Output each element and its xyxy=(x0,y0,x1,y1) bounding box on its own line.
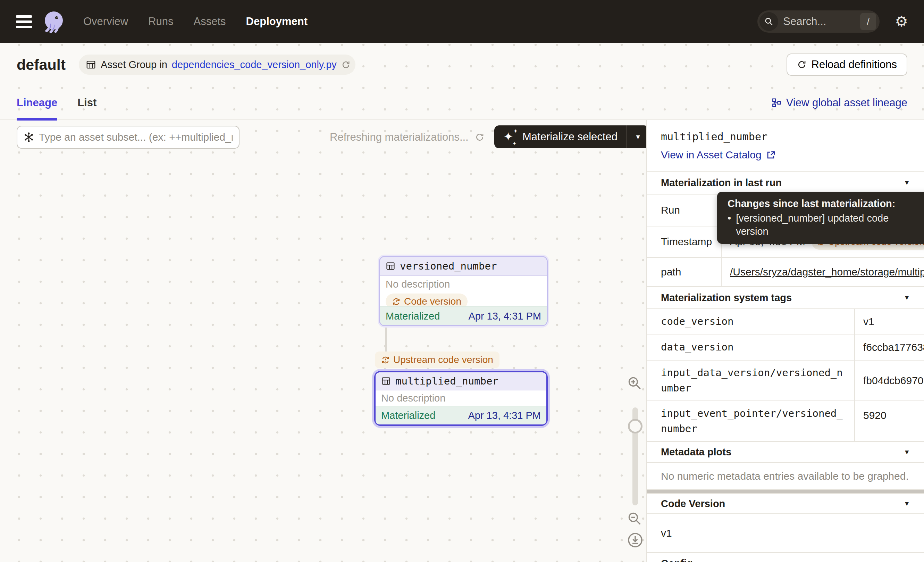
nav-item-deployment[interactable]: Deployment xyxy=(246,15,308,28)
section-config[interactable]: Config xyxy=(647,553,924,562)
changes-tooltip: Changes since last materialization: • [v… xyxy=(717,192,924,244)
main-area: default Asset Group in dependencies_code… xyxy=(0,43,924,562)
section-heading: Materialization system tags xyxy=(661,292,792,304)
search-icon xyxy=(759,12,778,31)
upstream-code-version-label: Upstream code version xyxy=(393,354,493,365)
dagster-logo[interactable] xyxy=(42,10,65,33)
tooltip-item-text: [versioned_number] updated code version xyxy=(736,212,922,238)
hamburger-menu-icon[interactable] xyxy=(16,15,32,28)
code-version-icon xyxy=(381,356,390,364)
asset-node-footer: Materialized Apr 13, 4:31 PM xyxy=(376,406,546,424)
external-link-icon xyxy=(766,150,776,160)
nav-item-overview[interactable]: Overview xyxy=(83,15,128,28)
tab-lineage[interactable]: Lineage xyxy=(16,86,57,120)
horizontal-scrollbar[interactable] xyxy=(647,490,924,493)
view-global-asset-lineage-link[interactable]: View global asset lineage xyxy=(771,96,908,109)
tag-value: fb04dcb6970 xyxy=(855,361,924,400)
asset-subset-input[interactable] xyxy=(39,131,232,143)
tag-value: 5920 xyxy=(855,401,924,441)
zoom-in-icon[interactable] xyxy=(627,376,642,391)
asset-name: versioned_number xyxy=(400,260,497,272)
asset-group-pill: Asset Group in dependencies_code_version… xyxy=(79,54,356,75)
tag-key: input_event_pointer/versioned_number xyxy=(647,401,855,441)
nav-item-runs[interactable]: Runs xyxy=(148,15,173,28)
section-heading: Materialization in last run xyxy=(661,177,782,189)
asset-node-header: multiplied_number xyxy=(376,372,546,391)
zoom-slider-handle[interactable] xyxy=(628,419,642,433)
table-icon xyxy=(86,59,96,70)
view-in-asset-catalog-label: View in Asset Catalog xyxy=(661,149,762,161)
row-label: path xyxy=(647,258,722,286)
row-input-data-version: input_data_version/versioned_number fb04… xyxy=(647,361,924,401)
section-heading: Code Version xyxy=(661,498,725,509)
row-label: Timestamp xyxy=(647,227,722,257)
lineage-graph-icon xyxy=(771,98,782,108)
refresh-icon[interactable] xyxy=(475,132,484,142)
page-header: default Asset Group in dependencies_code… xyxy=(0,43,924,86)
reload-definitions-button[interactable]: Reload definitions xyxy=(786,54,908,76)
refreshing-label: Refreshing materializations... xyxy=(330,131,469,143)
tabs-row: Lineage List View global asset lineage xyxy=(0,86,924,120)
nav-menu: Overview Runs Assets Deployment xyxy=(83,15,308,28)
view-in-asset-catalog-link[interactable]: View in Asset Catalog xyxy=(661,149,910,161)
asset-node-header: versioned_number xyxy=(380,257,547,276)
tag-value: f6ccba177638 xyxy=(855,335,924,360)
row-code-version: code_version v1 xyxy=(647,309,924,335)
row-path: path /Users/sryza/dagster_home/storage/m… xyxy=(647,258,924,287)
materialize-selected-label: Materialize selected xyxy=(522,131,618,143)
chevron-down-icon[interactable]: ▼ xyxy=(903,500,910,508)
path-link[interactable]: /Users/sryza/dagster_home/storage/multip xyxy=(730,266,924,278)
reload-icon xyxy=(797,60,807,69)
panel-asset-name: multiplied_number xyxy=(661,131,910,143)
row-data-version: data_version f6ccba177638 xyxy=(647,335,924,361)
materialized-status: Materialized xyxy=(381,410,435,421)
zoom-out-icon[interactable] xyxy=(627,511,642,526)
search-shortcut-key: / xyxy=(860,13,876,30)
section-heading: Config xyxy=(661,558,693,562)
upstream-code-version-tag[interactable]: Upstream code version xyxy=(375,352,500,368)
top-nav: Overview Runs Assets Deployment / ⚙ xyxy=(0,0,924,43)
metadata-empty-message: No numeric metadata entries available to… xyxy=(647,463,924,490)
sparkles-icon: ✦✦✦ xyxy=(503,129,517,144)
asset-name: multiplied_number xyxy=(395,375,498,387)
asset-group-prefix: Asset Group in xyxy=(100,59,167,71)
lineage-edge xyxy=(385,326,387,353)
code-version-icon xyxy=(392,298,400,306)
tag-key: data_version xyxy=(647,335,855,360)
materialized-timestamp[interactable]: Apr 13, 4:31 PM xyxy=(468,410,541,421)
table-icon xyxy=(381,376,391,386)
asset-subset-input-wrap xyxy=(16,126,240,149)
materialized-timestamp[interactable]: Apr 13, 4:31 PM xyxy=(468,311,541,322)
download-view-icon[interactable] xyxy=(627,532,644,548)
code-version-value: v1 xyxy=(647,514,924,553)
table-icon xyxy=(386,261,395,271)
global-search[interactable]: / xyxy=(758,11,880,33)
refreshing-status: Refreshing materializations... xyxy=(330,126,484,149)
section-code-version[interactable]: Code Version ▼ xyxy=(647,493,924,514)
chevron-down-icon[interactable]: ▼ xyxy=(903,448,910,456)
asset-node-footer: Materialized Apr 13, 4:31 PM xyxy=(380,307,547,325)
refresh-icon[interactable] xyxy=(341,60,351,69)
tag-key: code_version xyxy=(647,309,855,334)
nav-item-assets[interactable]: Assets xyxy=(194,15,226,28)
tab-list[interactable]: List xyxy=(77,86,96,120)
asset-node-multiplied-number-selected[interactable]: multiplied_number No description Materia… xyxy=(374,371,548,426)
bullet: • xyxy=(728,212,731,238)
chevron-down-icon[interactable]: ▼ xyxy=(903,294,910,302)
asset-description: No description xyxy=(381,392,541,404)
asset-details-panel: multiplied_number View in Asset Catalog … xyxy=(646,120,924,562)
settings-gear-icon[interactable]: ⚙ xyxy=(895,14,908,29)
section-materialization-system-tags[interactable]: Materialization system tags ▼ xyxy=(647,287,924,309)
reload-definitions-label: Reload definitions xyxy=(812,59,897,71)
section-materialization-in-last-run[interactable]: Materialization in last run ▼ xyxy=(647,171,924,194)
materialize-dropdown-button[interactable]: ▾ xyxy=(627,125,649,148)
tag-key: input_data_version/versioned_number xyxy=(647,361,855,400)
page-title: default xyxy=(16,56,66,73)
search-input[interactable] xyxy=(783,15,842,28)
section-metadata-plots[interactable]: Metadata plots ▼ xyxy=(647,442,924,463)
materialize-selected-button[interactable]: ✦✦✦ Materialize selected xyxy=(494,125,627,148)
asset-node-versioned-number[interactable]: versioned_number No description Code ver… xyxy=(379,256,548,326)
row-input-event-pointer: input_event_pointer/versioned_number 592… xyxy=(647,401,924,442)
chevron-down-icon[interactable]: ▼ xyxy=(903,179,910,186)
asset-group-file-link[interactable]: dependencies_code_version_only.py xyxy=(172,59,337,71)
